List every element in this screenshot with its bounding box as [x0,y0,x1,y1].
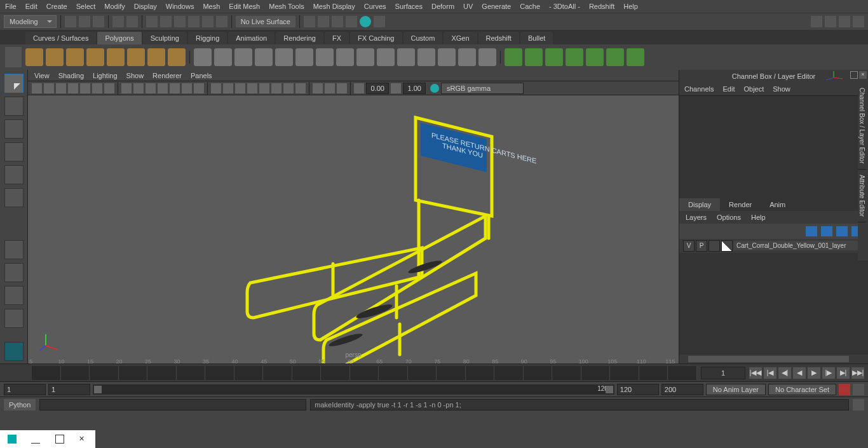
menu-mesh-tools[interactable]: Mesh Tools [269,3,304,10]
range-track[interactable]: 1 120 [93,384,614,395]
script-language-dropdown[interactable]: Python [4,399,36,411]
play-forward-icon[interactable]: ▶ [808,367,820,379]
select-camera-icon[interactable] [32,83,42,93]
menu-deform[interactable]: Deform [431,3,454,10]
open-scene-icon[interactable] [79,16,90,27]
aa-icon[interactable] [295,83,306,93]
paint-select-tool[interactable] [4,119,24,139]
isolate-icon[interactable] [313,83,323,93]
shelf-primitive-icon[interactable] [86,48,104,66]
menu-uv[interactable]: UV [463,3,473,10]
close-window-icon[interactable]: ✕ [79,435,88,444]
film-gate-icon[interactable] [133,83,144,93]
shelf-tab-rendering[interactable]: Rendering [276,32,323,44]
app-icon[interactable] [8,435,17,444]
shelf-primitive-icon[interactable] [168,48,186,66]
safe-title-icon[interactable] [194,83,204,93]
workspace-layout-icon[interactable] [853,16,864,27]
shelf-primitive-icon[interactable] [25,48,43,66]
time-slider[interactable]: 5101520253035404550556065707580859095100… [0,363,868,381]
shelf-boolean-icon[interactable] [566,48,583,66]
shelf-polytool-icon[interactable] [255,48,273,66]
playback-start-field[interactable]: 1 [48,384,90,395]
shelf-polytool-icon[interactable] [397,48,415,66]
select-tool[interactable] [4,74,24,93]
layer-tab-display[interactable]: Display [679,198,720,211]
render-icon[interactable] [304,16,315,27]
snap-point-icon[interactable] [174,16,186,27]
menu-windows[interactable]: Windows [166,3,194,10]
image-plane-icon[interactable] [80,83,90,93]
shelf-tab-bullet[interactable]: Bullet [520,32,553,44]
cb-menu-show[interactable]: Show [773,85,790,93]
layer-color-swatch[interactable] [721,240,733,252]
2d-pan-icon[interactable] [92,83,102,93]
gamma-value[interactable]: 1.00 [403,83,426,94]
panel-menu-shading[interactable]: Shading [58,72,84,79]
anim-layer-dropdown[interactable]: No Anim Layer [706,384,766,395]
menu-redshift[interactable]: Redshift [589,3,614,10]
snap-plane-icon[interactable] [188,16,200,27]
wireframe-icon[interactable] [211,83,221,93]
menu-display[interactable]: Display [134,3,157,10]
marketplace-icon[interactable] [825,16,836,27]
account-icon[interactable] [811,16,822,27]
display-layer-row[interactable]: V P Cart_Corral_Double_Yellow_001_layer [679,239,868,253]
render-setup-icon[interactable] [360,16,371,27]
menu-cache[interactable]: Cache [520,3,540,10]
current-frame-field[interactable]: 1 [701,367,745,379]
menu-curves[interactable]: Curves [364,3,386,10]
layer-name[interactable]: Cart_Corral_Double_Yellow_001_layer [734,241,864,250]
snap-view-icon[interactable] [216,16,227,27]
menu-mesh-display[interactable]: Mesh Display [313,3,355,10]
undo-icon[interactable] [112,16,124,27]
cb-menu-channels[interactable]: Channels [684,85,714,93]
render-settings-icon[interactable] [332,16,343,27]
grid-icon[interactable] [121,83,132,93]
snap-live-icon[interactable] [202,16,214,27]
layout-single-icon[interactable] [4,240,24,259]
cb-menu-object[interactable]: Object [743,85,764,93]
step-forward-key-icon[interactable]: ▶| [837,367,850,379]
maya-logo-icon[interactable] [4,342,24,361]
layer-state-toggle[interactable] [709,240,720,252]
light-editor-icon[interactable] [374,16,385,27]
shelf-polytool-icon[interactable] [478,48,496,66]
shelf-polytool-icon[interactable] [275,48,293,66]
side-tab-attribute-editor[interactable]: Attribute Editor [858,170,866,222]
grease-pencil-icon[interactable] [104,83,114,93]
gamma-icon[interactable] [391,83,401,93]
menu-help[interactable]: Help [623,3,638,10]
side-tab-channel-box-layer-editor[interactable]: Channel Box / Layer Editor [858,83,866,170]
close-icon[interactable]: × [859,71,867,79]
shelf-polytool-icon[interactable] [438,48,456,66]
view-transform-dropdown[interactable]: sRGB gamma [441,83,524,94]
character-set-dropdown[interactable]: No Character Set [768,384,836,395]
move-layer-up-icon[interactable] [806,226,817,236]
layer-menu-layers[interactable]: Layers [686,214,707,221]
layout-outliner-icon[interactable] [4,286,24,305]
menu-mesh[interactable]: Mesh [203,3,220,10]
menu-create[interactable]: Create [46,3,67,10]
live-surface-field[interactable]: No Live Surface [236,16,295,27]
minimize-icon[interactable] [31,435,40,444]
bookmark-icon[interactable] [68,83,78,93]
redo-icon[interactable] [126,16,138,27]
exposure-value[interactable]: 0.00 [366,83,389,94]
shelf-polytool-icon[interactable] [316,48,334,66]
panel-menu-renderer[interactable]: Renderer [153,72,182,79]
shelf-tab-curves-surfaces[interactable]: Curves / Surfaces [25,32,96,44]
menu-edit[interactable]: Edit [25,3,37,10]
new-scene-icon[interactable] [65,16,76,27]
shelf-tab-redshift[interactable]: Redshift [478,32,519,44]
menu-select[interactable]: Select [76,3,96,10]
step-back-icon[interactable]: ◀| [778,367,791,379]
menu-surfaces[interactable]: Surfaces [395,3,423,10]
workspace-selector[interactable]: Modeling [4,15,57,28]
shelf-polytool-icon[interactable] [377,48,395,66]
menu--dtoall-[interactable]: - 3DtoAll - [549,3,580,10]
playback-end-field[interactable]: 120 [617,384,659,395]
shelf-polytool-icon[interactable] [417,48,435,66]
shaded-icon[interactable] [223,83,233,93]
shelf-boolean-icon[interactable] [606,48,624,66]
